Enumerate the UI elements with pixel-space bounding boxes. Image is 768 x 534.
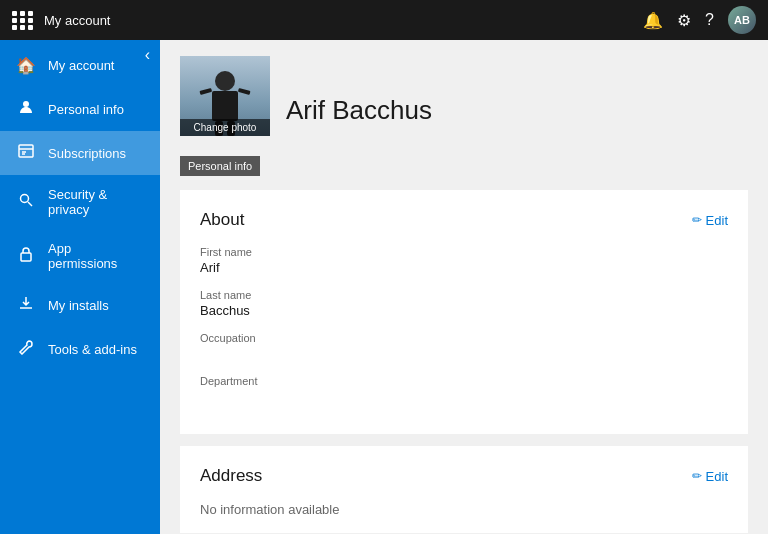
download-icon (16, 295, 36, 315)
first-name-label: First name (200, 246, 728, 258)
address-card-header: Address ✏ Edit (200, 466, 728, 486)
field-last-name: Last name Bacchus (200, 289, 728, 318)
sidebar-item-my-account-label: My account (48, 58, 114, 73)
search-icon (16, 192, 36, 212)
about-card-title: About (200, 210, 244, 230)
sidebar-item-my-installs-label: My installs (48, 298, 109, 313)
svg-rect-12 (212, 91, 238, 121)
sidebar-item-subscriptions[interactable]: Subscriptions (0, 131, 160, 175)
sidebar-item-subscriptions-label: Subscriptions (48, 146, 126, 161)
field-first-name: First name Arif (200, 246, 728, 275)
apps-grid-icon[interactable] (12, 11, 34, 30)
sidebar: ‹ 🏠 My account Personal info Subscriptio… (0, 40, 160, 534)
topbar-title: My account (44, 13, 110, 28)
settings-icon[interactable]: ⚙ (677, 11, 691, 30)
topbar-left: My account (12, 11, 110, 30)
sidebar-collapse-button[interactable]: ‹ (145, 46, 150, 64)
svg-point-5 (21, 195, 29, 203)
sidebar-item-personal-info[interactable]: Personal info (0, 87, 160, 131)
sidebar-item-my-installs[interactable]: My installs (0, 283, 160, 327)
sidebar-item-app-permissions-label: App permissions (48, 241, 144, 271)
main-content: Change photo Arif Bacchus Personal info … (160, 40, 768, 534)
change-photo-button[interactable]: Change photo (180, 119, 270, 136)
department-label: Department (200, 375, 728, 387)
sidebar-item-security-privacy-label: Security & privacy (48, 187, 144, 217)
user-avatar[interactable]: AB (728, 6, 756, 34)
address-card-title: Address (200, 466, 262, 486)
last-name-label: Last name (200, 289, 728, 301)
department-value (200, 389, 728, 404)
about-card-header: About ✏ Edit (200, 210, 728, 230)
field-occupation: Occupation (200, 332, 728, 361)
sidebar-item-personal-info-label: Personal info (48, 102, 124, 117)
about-edit-button[interactable]: ✏ Edit (692, 213, 728, 228)
sidebar-item-my-account[interactable]: 🏠 My account (0, 44, 160, 87)
profile-header: Change photo Arif Bacchus (180, 40, 748, 156)
sidebar-item-security-privacy[interactable]: Security & privacy (0, 175, 160, 229)
profile-name: Arif Bacchus (286, 95, 432, 136)
notification-icon[interactable]: 🔔 (643, 11, 663, 30)
occupation-value (200, 346, 728, 361)
sidebar-item-app-permissions[interactable]: App permissions (0, 229, 160, 283)
subscriptions-icon (16, 143, 36, 163)
lock-icon (16, 246, 36, 266)
sidebar-item-tools-addins-label: Tools & add-ins (48, 342, 137, 357)
wrench-icon (16, 339, 36, 359)
svg-line-6 (28, 202, 32, 206)
field-department: Department (200, 375, 728, 404)
help-icon[interactable]: ? (705, 11, 714, 29)
first-name-value: Arif (200, 260, 728, 275)
home-icon: 🏠 (16, 56, 36, 75)
person-icon (16, 99, 36, 119)
personal-info-tooltip: Personal info (180, 156, 260, 176)
last-name-value: Bacchus (200, 303, 728, 318)
edit-pencil-icon: ✏ (692, 213, 702, 227)
topbar-icons: 🔔 ⚙ ? AB (643, 6, 756, 34)
address-edit-button[interactable]: ✏ Edit (692, 469, 728, 484)
svg-point-11 (215, 71, 235, 91)
svg-rect-1 (19, 145, 33, 157)
profile-photo-wrap: Change photo (180, 56, 270, 136)
address-no-info: No information available (200, 502, 728, 517)
topbar: My account 🔔 ⚙ ? AB (0, 0, 768, 40)
occupation-label: Occupation (200, 332, 728, 344)
personal-info-tooltip-wrap: Personal info (180, 156, 748, 182)
sidebar-item-tools-addins[interactable]: Tools & add-ins (0, 327, 160, 371)
svg-rect-7 (21, 253, 31, 261)
main-layout: ‹ 🏠 My account Personal info Subscriptio… (0, 40, 768, 534)
svg-point-0 (23, 101, 29, 107)
edit-pencil-icon-address: ✏ (692, 469, 702, 483)
address-card: Address ✏ Edit No information available (180, 446, 748, 533)
about-card: About ✏ Edit First name Arif Last name B… (180, 190, 748, 434)
